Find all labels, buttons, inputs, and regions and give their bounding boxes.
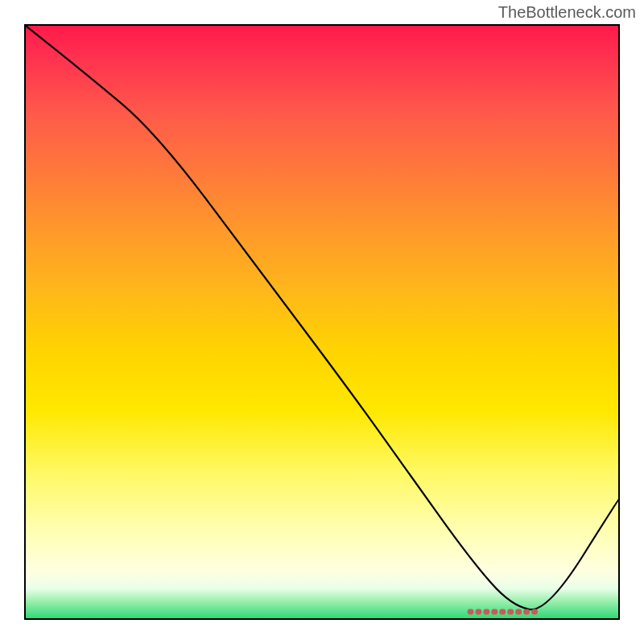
bottleneck-curve xyxy=(26,26,618,609)
chart-plot-area xyxy=(24,24,620,620)
watermark-text: TheBottleneck.com xyxy=(498,3,636,22)
chart-svg xyxy=(26,26,618,618)
